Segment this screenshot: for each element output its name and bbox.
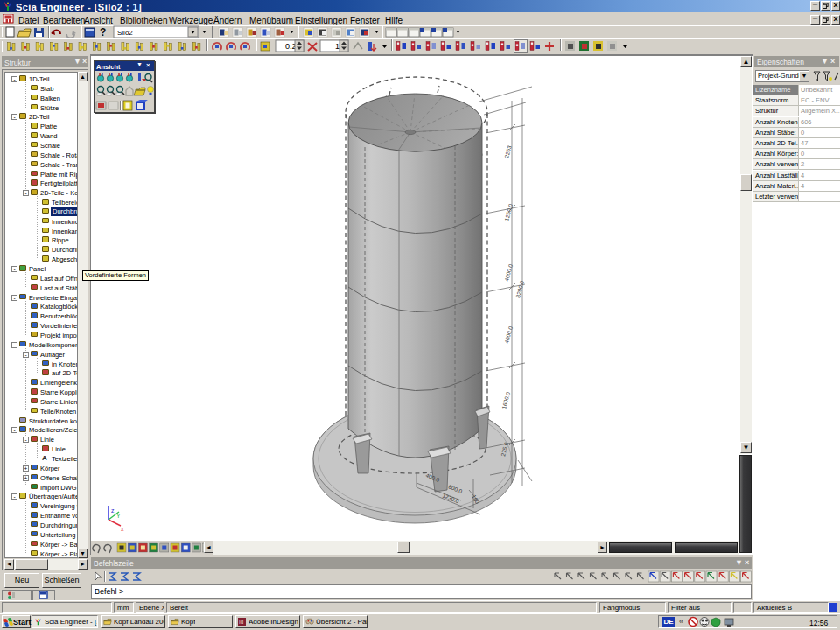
svg-text:1250.0: 1250.0 bbox=[503, 203, 514, 221]
svg-text:4000.0: 4000.0 bbox=[503, 326, 514, 344]
svg-text:Silo2: Silo2 bbox=[117, 29, 133, 37]
svg-text:4000.0: 4000.0 bbox=[503, 263, 514, 282]
svg-text:1: 1 bbox=[335, 42, 340, 51]
svg-text:1600.0: 1600.0 bbox=[500, 391, 511, 410]
svg-text:?: ? bbox=[100, 26, 106, 38]
svg-text:x: x bbox=[121, 526, 124, 532]
svg-text:Y: Y bbox=[116, 513, 121, 519]
svg-text:z: z bbox=[111, 508, 115, 514]
svg-text:8200.0: 8200.0 bbox=[514, 280, 525, 298]
svg-text:Id: Id bbox=[239, 619, 244, 625]
svg-text:2263: 2263 bbox=[503, 144, 513, 158]
